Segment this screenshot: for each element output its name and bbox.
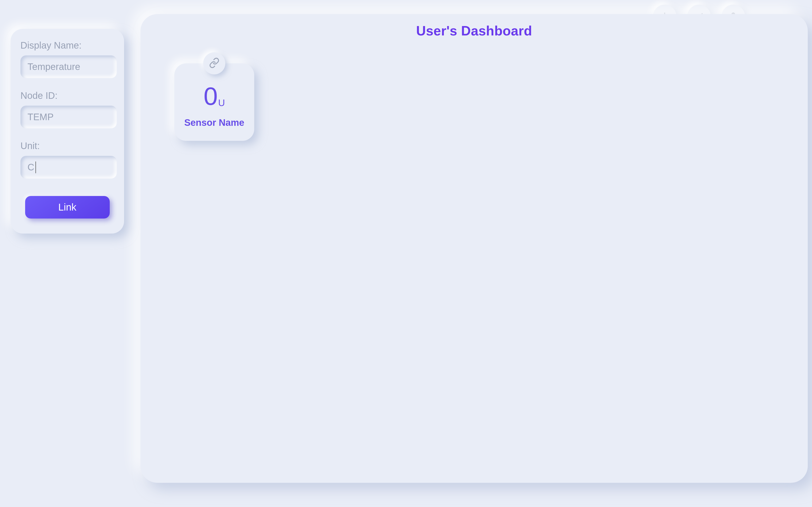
- node-id-input[interactable]: [20, 106, 117, 128]
- sensor-reading: 0 U: [204, 83, 225, 109]
- display-name-label: Display Name:: [20, 40, 114, 51]
- sensor-value: 0: [204, 83, 218, 109]
- unit-label: Unit:: [20, 140, 114, 151]
- sensor-card[interactable]: 0 U Sensor Name: [174, 63, 254, 141]
- config-form: Display Name: Node ID: Unit: Link: [11, 29, 124, 233]
- link-button[interactable]: Link: [25, 196, 110, 219]
- unit-input[interactable]: [20, 156, 117, 179]
- sensor-unit: U: [218, 97, 225, 109]
- node-id-label: Node ID:: [20, 91, 114, 101]
- link-icon: [209, 58, 220, 69]
- page-title: User's Dashboard: [141, 23, 808, 39]
- text-caret: [36, 162, 36, 173]
- display-name-input[interactable]: [20, 55, 117, 78]
- sensor-link-badge[interactable]: [203, 52, 225, 74]
- dashboard-panel: User's Dashboard 0 U Sensor Name: [141, 14, 808, 483]
- sensor-name: Sensor Name: [184, 117, 244, 128]
